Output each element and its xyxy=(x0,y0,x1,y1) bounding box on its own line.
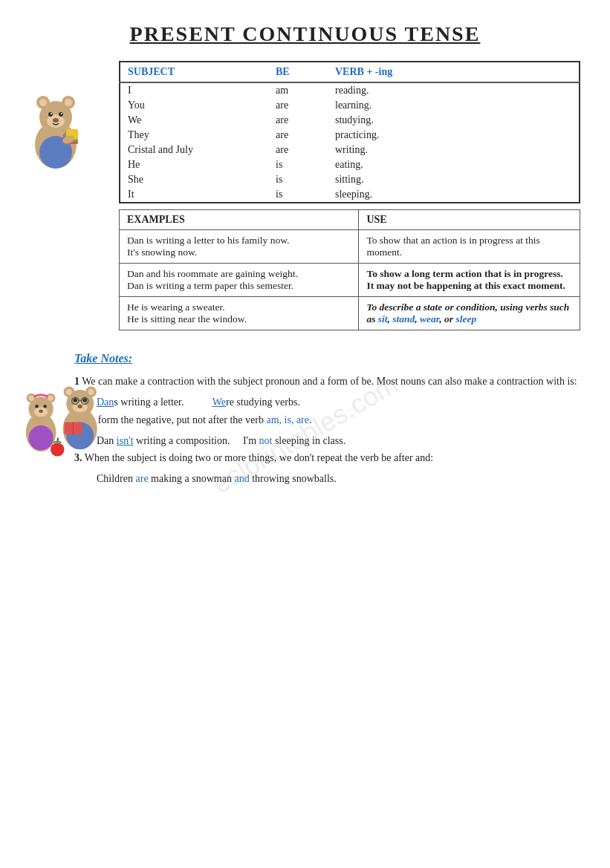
subject-cell: They xyxy=(120,128,268,143)
subject-cell: We xyxy=(120,113,268,128)
subject-cell: You xyxy=(120,98,268,113)
subject-cell: She xyxy=(120,172,268,187)
table-row: Iamreading. xyxy=(120,82,580,98)
be-header: BE xyxy=(268,62,328,82)
svg-point-3 xyxy=(39,99,47,106)
use-header: USE xyxy=(359,210,580,230)
be-cell: are xyxy=(268,128,328,143)
table-row: Heiseating. xyxy=(120,157,580,172)
be-cell: is xyxy=(268,187,328,203)
table-row: Wearestudying. xyxy=(120,113,580,128)
verb-cell: eating. xyxy=(328,157,580,172)
svg-point-25 xyxy=(43,405,47,408)
note-3-examples: Children are making a snowman and throwi… xyxy=(97,470,580,488)
subject-cell: It xyxy=(120,187,268,203)
bear-bottom-illustration xyxy=(15,364,104,460)
verb-cell: sitting. xyxy=(328,172,580,187)
verb-cell: studying. xyxy=(328,113,580,128)
table-row: He is wearing a sweater.He is sitting ne… xyxy=(120,297,580,330)
use-cell-2: To show a long term action that is in pr… xyxy=(359,264,580,297)
subject-cell: He xyxy=(120,157,268,172)
be-cell: are xyxy=(268,143,328,157)
svg-point-22 xyxy=(48,395,53,400)
main-content: SUBJECT BE VERB + -ing Iamreading.Youare… xyxy=(119,61,580,330)
svg-point-5 xyxy=(65,99,72,106)
svg-point-38 xyxy=(82,398,87,402)
be-cell: are xyxy=(268,113,328,128)
table-row: Dan is writing a letter to his family no… xyxy=(120,230,580,264)
be-cell: is xyxy=(268,157,328,172)
svg-point-28 xyxy=(51,443,64,456)
verb-header: VERB + -ing xyxy=(328,62,580,82)
examples-header: EXAMPLES xyxy=(120,210,359,230)
example-cell-3: He is wearing a sweater.He is sitting ne… xyxy=(120,297,359,330)
svg-point-39 xyxy=(77,404,82,408)
table-row: Theyarepracticing. xyxy=(120,128,580,143)
table-row: Itissleeping. xyxy=(120,187,580,203)
svg-point-27 xyxy=(28,425,53,450)
svg-point-9 xyxy=(51,113,52,114)
note-1-examples: Dans writing a letter. Were studying ver… xyxy=(97,394,580,411)
table-row: Youarelearning. xyxy=(120,98,580,113)
be-cell: are xyxy=(268,98,328,113)
verb-cell: writing. xyxy=(328,143,580,157)
svg-point-11 xyxy=(53,118,59,123)
subject-cell: I xyxy=(120,82,268,98)
table-row: Dan and his roommate are gaining weight.… xyxy=(120,264,580,297)
svg-point-7 xyxy=(48,112,53,117)
note-3: 3. When the subject is doing two or more… xyxy=(74,449,580,467)
use-cell-1: To show that an action is in progress at… xyxy=(359,230,580,264)
verb-cell: practicing. xyxy=(328,128,580,143)
svg-point-26 xyxy=(39,409,43,413)
use-cell-3: To describe a state or condition, using … xyxy=(359,297,580,330)
note-2: 2. To form the negative, put not after t… xyxy=(74,411,580,429)
svg-point-8 xyxy=(59,112,63,117)
be-cell: is xyxy=(268,172,328,187)
examples-table: EXAMPLES USE Dan is writing a letter to … xyxy=(119,209,580,330)
note-2-examples: Dan isn't writing a composition. I'm not… xyxy=(97,432,580,450)
subject-header: SUBJECT xyxy=(120,62,268,82)
table-row: Sheissitting. xyxy=(120,172,580,187)
svg-point-24 xyxy=(35,405,39,408)
svg-point-20 xyxy=(28,395,33,400)
svg-point-33 xyxy=(66,389,72,395)
take-notes-label: Take Notes: xyxy=(74,348,580,368)
verb-cell: learning. xyxy=(328,98,580,113)
verb-cell: sleeping. xyxy=(328,187,580,203)
table-row: Cristal and Julyarewriting. xyxy=(120,143,580,157)
subject-table: SUBJECT BE VERB + -ing Iamreading.Youare… xyxy=(119,61,580,203)
svg-point-37 xyxy=(73,398,77,402)
svg-point-10 xyxy=(61,113,62,114)
bear-top-illustration xyxy=(22,89,89,171)
subject-cell: Cristal and July xyxy=(120,143,268,157)
notes-section: Take Notes: 1 We can make a contraction … xyxy=(74,348,580,488)
verb-cell: reading. xyxy=(328,82,580,98)
svg-point-35 xyxy=(88,389,94,395)
example-cell-2: Dan and his roommate are gaining weight.… xyxy=(120,264,359,297)
page-title: PRESENT CONTINUOUS TENSE xyxy=(30,22,580,46)
example-cell-1: Dan is writing a letter to his family no… xyxy=(120,230,359,264)
note-1: 1 We can make a contraction with the sub… xyxy=(74,373,580,391)
be-cell: am xyxy=(268,82,328,98)
